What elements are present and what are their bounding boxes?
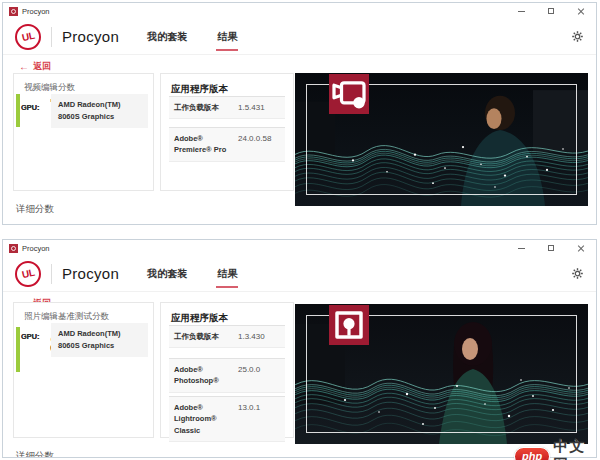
score-title: 照片编辑基准测试分数 xyxy=(14,303,153,323)
tab-my-suites[interactable]: 我的套装 xyxy=(147,19,187,54)
version-value: 1.3.430 xyxy=(232,331,281,342)
procyon-window-photo: Procyon UL Procyon 我的套装 结果 ← 返回 照片编辑基准 xyxy=(2,239,597,458)
settings-gear-icon[interactable] xyxy=(571,267,584,280)
back-arrow-icon: ← xyxy=(19,62,29,72)
maximize-icon xyxy=(548,8,554,14)
ul-logo: UL xyxy=(15,261,41,287)
main-tabs: 我的套装 结果 xyxy=(147,19,237,54)
watermark-text: 中文网 xyxy=(553,437,600,460)
ul-logo: UL xyxy=(15,24,41,50)
gpu-value: AMD Radeon(TM) 8060S Graphics xyxy=(51,94,148,128)
app-versions-title: 应用程序版本 xyxy=(161,74,293,96)
detailed-scores-link[interactable]: 详细分数 xyxy=(16,203,54,216)
minimize-icon xyxy=(518,248,525,249)
procyon-window-video: Procyon UL Procyon 我的套装 结果 ← 返回 视频编辑分数 xyxy=(2,2,597,225)
back-label: 返回 xyxy=(33,60,51,73)
window-controls xyxy=(506,240,596,256)
tab-results[interactable]: 结果 xyxy=(217,19,237,54)
app-versions-title: 应用程序版本 xyxy=(161,303,293,325)
video-camera-icon xyxy=(329,74,369,114)
header-divider xyxy=(51,264,52,284)
version-label: 工作负载版本 xyxy=(174,102,232,113)
tab-my-suites[interactable]: 我的套装 xyxy=(147,256,187,291)
version-value: 13.0.1 xyxy=(232,402,281,436)
minimize-icon xyxy=(518,11,525,12)
hero-image xyxy=(295,73,588,206)
version-value: 1.5.431 xyxy=(232,102,281,113)
version-row: Adobe® Lightroom® Classic 13.0.1 xyxy=(169,396,285,442)
back-link[interactable]: ← 返回 xyxy=(19,60,51,73)
score-title: 视频编辑分数 xyxy=(14,74,153,94)
gpu-row: GPU: AMD Radeon(TM) 8060S Graphics xyxy=(21,323,148,357)
version-row: Adobe® Photoshop® 25.0.0 xyxy=(169,358,285,393)
page: Procyon UL Procyon 我的套装 结果 ← 返回 视频编辑分数 xyxy=(0,0,600,460)
window-title: Procyon xyxy=(22,244,50,253)
version-row: 工作负载版本 1.3.430 xyxy=(169,325,285,348)
close-icon xyxy=(577,7,585,15)
app-header: UL Procyon 我的套装 结果 xyxy=(3,256,596,292)
main-tabs: 我的套装 结果 xyxy=(147,256,237,291)
window-controls xyxy=(506,3,596,19)
app-icon xyxy=(9,7,18,16)
version-label: Adobe® Photoshop® xyxy=(174,364,232,387)
minimize-button[interactable] xyxy=(506,3,536,19)
photo-camera-icon xyxy=(329,305,369,345)
app-versions-card: 应用程序版本 Adobe® Premiere® Pro 24.0.0.58 工作… xyxy=(160,73,294,191)
maximize-icon xyxy=(548,245,554,251)
gpu-label: GPU: xyxy=(21,323,51,357)
app-header: UL Procyon 我的套装 结果 xyxy=(3,19,596,55)
version-label: Adobe® Premiere® Pro xyxy=(174,133,232,156)
app-versions-card: 应用程序版本 Adobe® Photoshop® 25.0.0 Adobe® L… xyxy=(160,302,294,438)
window-title: Procyon xyxy=(22,7,50,16)
minimize-button[interactable] xyxy=(506,240,536,256)
close-button[interactable] xyxy=(566,240,596,256)
version-value: 24.0.0.58 xyxy=(232,133,281,156)
ul-logo-text: UL xyxy=(21,30,35,43)
tab-results[interactable]: 结果 xyxy=(217,256,237,291)
gpu-value: AMD Radeon(TM) 8060S Graphics xyxy=(51,323,148,357)
php-logo: php xyxy=(514,447,550,460)
gpu-row: GPU: AMD Radeon(TM) 8060S Graphics xyxy=(21,94,148,128)
titlebar: Procyon xyxy=(3,240,596,256)
maximize-button[interactable] xyxy=(536,240,566,256)
video-editing-badge xyxy=(329,74,369,114)
version-row: Adobe® Premiere® Pro 24.0.0.58 xyxy=(169,127,285,162)
score-card: 照片编辑基准测试分数 8 796 CPU: AMD RYZEN AI MAX+ … xyxy=(13,302,154,438)
app-title: Procyon xyxy=(62,28,119,45)
app-icon xyxy=(9,244,18,253)
close-button[interactable] xyxy=(566,3,596,19)
ul-logo-text: UL xyxy=(21,267,35,280)
settings-gear-icon[interactable] xyxy=(571,30,584,43)
score-card: 视频编辑分数 7 157 CPU: AMD RYZEN AI MAX+ 395 … xyxy=(13,73,154,191)
watermark: php 中文网 xyxy=(514,437,600,460)
photo-editing-badge xyxy=(329,305,369,345)
maximize-button[interactable] xyxy=(536,3,566,19)
version-label: Adobe® Lightroom® Classic xyxy=(174,402,232,436)
hero-image xyxy=(295,304,588,444)
app-title: Procyon xyxy=(62,265,119,282)
close-icon xyxy=(577,244,585,252)
header-divider xyxy=(51,27,52,47)
version-label: 工作负载版本 xyxy=(174,331,232,342)
titlebar: Procyon xyxy=(3,3,596,19)
gpu-label: GPU: xyxy=(21,94,51,128)
detailed-scores-link[interactable]: 详细分数 xyxy=(16,450,54,458)
version-value: 25.0.0 xyxy=(232,364,281,387)
version-row: 工作负载版本 1.5.431 xyxy=(169,96,285,119)
